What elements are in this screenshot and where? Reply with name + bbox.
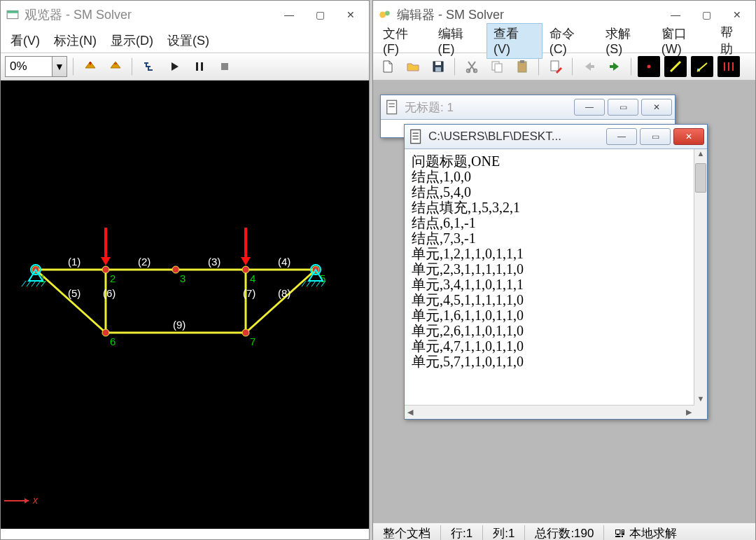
cut-icon[interactable] xyxy=(461,56,482,77)
doc-active[interactable]: C:\USERS\BLF\DESKT... — ▭ ✕ 问题标题,ONE 结点,… xyxy=(404,124,708,420)
doc-body: 问题标题,ONE 结点,1,0,0 结点,5,4,0 结点填充,1,5,3,2,… xyxy=(405,149,707,418)
close-button[interactable]: ✕ xyxy=(335,4,366,25)
svg-point-40 xyxy=(102,329,109,336)
viewer-toolbar: 0% ▼ xyxy=(1,53,369,81)
svg-text:(5): (5) xyxy=(68,287,80,299)
app-icon xyxy=(6,8,19,21)
menu-display[interactable]: 显示(D) xyxy=(104,30,160,51)
svg-text:7: 7 xyxy=(250,335,255,347)
minimize-button[interactable]: — xyxy=(660,4,691,25)
menu-item[interactable]: 窗口(W) xyxy=(654,23,714,59)
paste-icon[interactable] xyxy=(512,56,533,77)
resize-grip[interactable] xyxy=(694,406,707,418)
svg-rect-66 xyxy=(520,60,524,63)
mode2-icon[interactable] xyxy=(664,56,687,77)
svg-point-31 xyxy=(102,266,109,273)
svg-line-44 xyxy=(22,281,26,286)
forward-arrow-icon[interactable] xyxy=(604,56,625,77)
new-file-icon[interactable] xyxy=(377,56,398,77)
svg-rect-65 xyxy=(518,62,526,72)
copy-icon[interactable] xyxy=(486,56,507,77)
menu-view[interactable]: 看(V) xyxy=(4,30,47,51)
svg-rect-74 xyxy=(389,104,395,104)
doc-minimize-button[interactable]: — xyxy=(606,128,637,145)
doc-close-button[interactable]: ✕ xyxy=(641,99,672,116)
separator xyxy=(572,57,573,76)
menu-item[interactable]: 查看(V) xyxy=(486,23,542,59)
viewer-titlebar[interactable]: 观览器 - SM Solver — ▢ ✕ xyxy=(1,1,369,29)
minimize-button[interactable]: — xyxy=(274,4,304,25)
status-total: 总行数:190 xyxy=(525,525,604,541)
pause-icon[interactable] xyxy=(189,56,210,77)
zoom-dropdown-icon[interactable]: ▼ xyxy=(52,57,66,76)
zoom-in-icon[interactable] xyxy=(80,56,101,77)
status-row: 行:1 xyxy=(441,525,483,541)
scroll-thumb[interactable] xyxy=(695,163,706,193)
svg-text:3: 3 xyxy=(180,272,186,284)
scroll-left-icon[interactable]: ◀ xyxy=(405,408,416,417)
svg-point-42 xyxy=(242,329,249,336)
doc-icon xyxy=(409,129,424,144)
menu-settings[interactable]: 设置(S) xyxy=(160,30,216,51)
doc-active-titlebar[interactable]: C:\USERS\BLF\DESKT... — ▭ ✕ xyxy=(405,125,707,149)
svg-rect-79 xyxy=(413,139,419,139)
truss-canvas[interactable]: x(1)(2)(3)(4)(5)(6)(7)(8)(9)1234567 xyxy=(1,81,369,529)
doc-untitled-title: 无标题: 1 xyxy=(405,99,574,116)
mode3-icon[interactable] xyxy=(691,56,713,77)
horizontal-scrollbar[interactable]: ◀ ▶ xyxy=(405,405,694,418)
status-solver: 🖳 本地求解 xyxy=(604,525,687,541)
doc-active-title: C:\USERS\BLF\DESKT... xyxy=(428,130,606,144)
mode1-icon[interactable] xyxy=(638,56,660,77)
zoom-combo[interactable]: 0% ▼ xyxy=(5,56,67,77)
back-arrow-icon[interactable] xyxy=(579,56,600,77)
menu-item[interactable]: 文件(F) xyxy=(376,23,431,59)
status-scope: 整个文档 xyxy=(373,525,441,541)
menu-item[interactable]: 求解(S) xyxy=(598,23,654,59)
svg-text:(6): (6) xyxy=(103,287,115,299)
doc-minimize-button[interactable]: — xyxy=(574,99,605,116)
doc-close-button[interactable]: ✕ xyxy=(673,128,704,145)
app-icon xyxy=(379,8,391,21)
editor-toolbar xyxy=(373,53,755,81)
editor-statusbar: 整个文档 行:1 列:1 总行数:190 🖳 本地求解 xyxy=(373,522,755,540)
scroll-down-icon[interactable]: ▼ xyxy=(697,394,705,406)
svg-line-24 xyxy=(246,270,316,333)
scroll-up-icon[interactable]: ▲ xyxy=(697,149,705,160)
zoom-value: 0% xyxy=(6,60,52,74)
doc-textarea[interactable]: 问题标题,ONE 结点,1,0,0 结点,5,4,0 结点填充,1,5,3,2,… xyxy=(405,149,707,375)
svg-line-18 xyxy=(36,270,106,333)
edit-doc-icon[interactable] xyxy=(545,56,566,77)
vertical-scrollbar[interactable]: ▲ ▼ xyxy=(694,149,707,406)
menu-item[interactable]: 命令(C) xyxy=(542,23,599,59)
svg-rect-59 xyxy=(435,62,441,65)
svg-line-45 xyxy=(27,281,31,286)
save-file-icon[interactable] xyxy=(428,56,449,77)
zoom-out-icon[interactable] xyxy=(105,56,126,77)
viewer-menubar: 看(V) 标注(N) 显示(D) 设置(S) xyxy=(1,29,369,53)
menu-item[interactable]: 帮助 xyxy=(713,22,752,60)
doc-untitled-titlebar[interactable]: 无标题: 1 — ▭ ✕ xyxy=(381,95,675,120)
steps-icon[interactable] xyxy=(139,56,160,77)
doc-maximize-button[interactable]: ▭ xyxy=(608,99,638,116)
menu-item[interactable]: 编辑(E) xyxy=(431,23,487,59)
status-col: 列:1 xyxy=(483,525,525,541)
svg-text:(8): (8) xyxy=(278,287,290,299)
viewer-title: 观览器 - SM Solver xyxy=(24,6,274,23)
maximize-button[interactable]: ▢ xyxy=(304,4,335,25)
editor-window: 编辑器 - SM Solver — ▢ ✕ 文件(F)编辑(E)查看(V)命令(… xyxy=(372,0,756,540)
mode4-icon[interactable] xyxy=(718,56,740,77)
separator xyxy=(132,57,133,76)
svg-rect-1 xyxy=(7,11,18,13)
scroll-right-icon[interactable]: ▶ xyxy=(683,408,694,417)
open-file-icon[interactable] xyxy=(402,56,424,77)
stop-icon[interactable] xyxy=(214,56,235,77)
play-icon[interactable] xyxy=(164,56,185,77)
editor-workspace: 无标题: 1 — ▭ ✕ C:\USERS\BLF\DESKT... — ▭ ✕ xyxy=(373,81,755,540)
menu-annotate[interactable]: 标注(N) xyxy=(47,30,104,51)
svg-rect-67 xyxy=(551,61,559,71)
doc-maximize-button[interactable]: ▭ xyxy=(640,128,671,145)
svg-rect-77 xyxy=(413,133,419,134)
svg-point-68 xyxy=(648,65,651,69)
svg-line-46 xyxy=(31,281,36,286)
svg-rect-78 xyxy=(413,136,419,137)
